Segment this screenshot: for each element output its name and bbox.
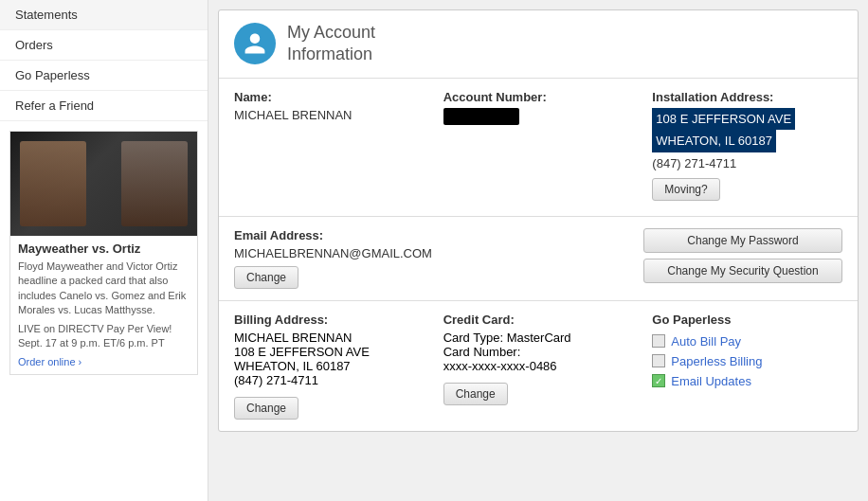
email-value: MICHAELBRENNAN@GMAIL.COM: [234, 246, 643, 260]
promo-image: [10, 132, 197, 236]
change-email-button[interactable]: Change: [234, 266, 298, 289]
installation-address-line1: 108 E JEFFERSON AVE: [652, 108, 795, 131]
account-avatar: [234, 23, 276, 64]
installation-phone: (847) 271-4711: [652, 156, 842, 170]
card-number-label: Card Number:: [443, 345, 634, 359]
account-number-col: Account Number:: [443, 90, 634, 201]
change-card-button[interactable]: Change: [443, 383, 508, 405]
card-number-value: xxxx-xxxx-xxxx-0486: [443, 359, 634, 373]
sidebar-item-go-paperless[interactable]: Go Paperless: [0, 61, 208, 91]
sidebar-item-statements[interactable]: Statements: [0, 0, 208, 30]
name-col: Name: MICHAEL BRENNAN: [234, 90, 425, 201]
billing-phone: (847) 271-4711: [234, 373, 425, 387]
sidebar-item-orders[interactable]: Orders: [0, 30, 208, 61]
credit-card-label: Credit Card:: [443, 313, 634, 327]
paperless-billing-label[interactable]: Paperless Billing: [671, 354, 762, 368]
billing-address-col: Billing Address: MICHAEL BRENNAN 108 E J…: [234, 313, 425, 420]
name-value: MICHAEL BRENNAN: [234, 108, 425, 122]
email-updates-checkbox[interactable]: ✓: [652, 374, 665, 387]
go-paperless-col: Go Paperless Auto Bill Pay Paperless Bil…: [652, 313, 842, 420]
billing-address-label: Billing Address:: [234, 313, 425, 327]
user-icon: [243, 31, 267, 56]
account-number-label: Account Number:: [443, 90, 634, 104]
moving-button[interactable]: Moving?: [652, 178, 719, 201]
info-section: Name: MICHAEL BRENNAN Account Number: In…: [219, 79, 858, 217]
change-billing-button[interactable]: Change: [234, 397, 298, 420]
name-label: Name:: [234, 90, 425, 104]
sidebar-item-refer-friend[interactable]: Refer a Friend: [0, 91, 208, 121]
account-title: My Account Information: [287, 22, 375, 66]
account-header: My Account Information: [219, 10, 858, 79]
go-paperless-title: Go Paperless: [652, 313, 842, 327]
email-left: Email Address: MICHAELBRENNAN@GMAIL.COM …: [234, 228, 643, 289]
account-number-value: [443, 108, 519, 125]
email-right: Change My Password Change My Security Qu…: [643, 228, 842, 283]
account-panel: My Account Information Name: MICHAEL BRE…: [218, 9, 859, 432]
auto-bill-pay-label[interactable]: Auto Bill Pay: [671, 334, 741, 349]
change-password-button[interactable]: Change My Password: [643, 228, 842, 253]
main-content: My Account Information Name: MICHAEL BRE…: [208, 0, 868, 501]
email-section: Email Address: MICHAELBRENNAN@GMAIL.COM …: [219, 217, 858, 301]
paperless-billing-item: Paperless Billing: [652, 354, 842, 368]
promo-content: Mayweather vs. Ortiz Floyd Mayweather an…: [10, 236, 197, 374]
card-type: Card Type: MasterCard: [443, 331, 634, 345]
promo-order-link[interactable]: Order online ›: [18, 356, 81, 367]
billing-section: Billing Address: MICHAEL BRENNAN 108 E J…: [219, 301, 858, 431]
promo-title: Mayweather vs. Ortiz: [18, 242, 190, 256]
installation-label: Installation Address:: [652, 90, 842, 104]
auto-bill-pay-item: Auto Bill Pay: [652, 334, 842, 349]
installation-address-line2: WHEATON, IL 60187: [652, 130, 776, 152]
credit-card-col: Credit Card: Card Type: MasterCard Card …: [443, 313, 634, 420]
paperless-billing-checkbox[interactable]: [652, 354, 665, 367]
change-security-button[interactable]: Change My Security Question: [643, 259, 842, 283]
billing-address1: 108 E JEFFERSON AVE: [234, 345, 425, 359]
auto-bill-pay-checkbox[interactable]: [652, 334, 665, 348]
sidebar: Statements Orders Go Paperless Refer a F…: [0, 0, 208, 501]
installation-col: Installation Address: 108 E JEFFERSON AV…: [652, 90, 842, 201]
email-label: Email Address:: [234, 228, 643, 242]
billing-name: MICHAEL BRENNAN: [234, 331, 425, 345]
promo-details: LIVE on DIRECTV Pay Per View! Sept. 17 a…: [18, 322, 190, 351]
email-updates-label[interactable]: Email Updates: [671, 374, 751, 388]
promo-description: Floyd Mayweather and Victor Ortiz headli…: [18, 259, 190, 318]
email-updates-item: ✓ Email Updates: [652, 374, 842, 388]
promo-box: Mayweather vs. Ortiz Floyd Mayweather an…: [9, 131, 198, 375]
billing-address2: WHEATON, IL 60187: [234, 359, 425, 373]
